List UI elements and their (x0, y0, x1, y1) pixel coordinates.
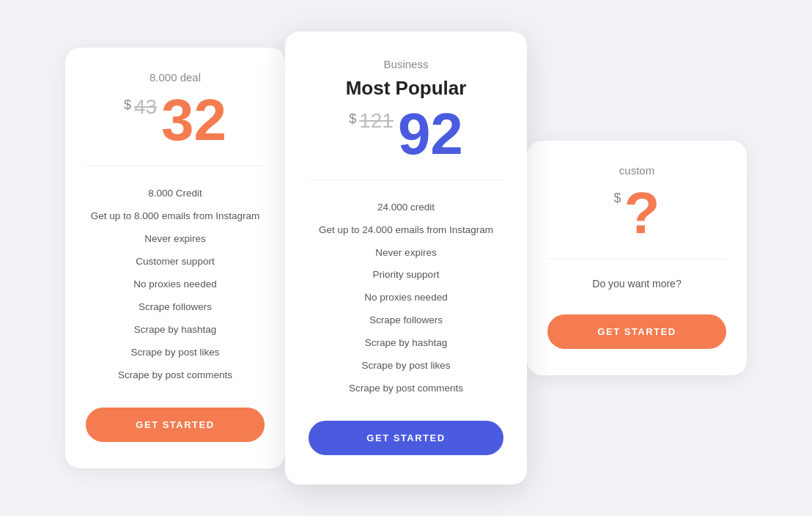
custom-text-area: Do you want more? (547, 276, 726, 293)
list-item: 8.000 Credit (86, 183, 265, 205)
list-item: Scrape followers (86, 296, 265, 319)
deal-dollar-sign: $ (124, 98, 131, 111)
list-item: Scrape by post likes (309, 355, 503, 377)
custom-price-area: $ ? (547, 184, 726, 243)
list-item: Scrape by post likes (86, 342, 265, 364)
list-item: Never expires (86, 228, 265, 251)
custom-get-started-button[interactable]: GET STARTED (547, 314, 726, 349)
business-price-area: $ 121 92 (309, 105, 503, 163)
business-divider (309, 180, 503, 180)
business-card: Business Most Popular $ 121 92 24.000 cr… (285, 32, 527, 484)
list-item: Scrape by hashtag (86, 319, 265, 342)
deal-card: 8.000 deal $ 43 32 8.000 CreditGet up to… (65, 48, 285, 468)
list-item: Scrape by post comments (309, 377, 503, 400)
business-dollar-sign: $ (349, 112, 356, 125)
list-item: Priority support (309, 264, 503, 287)
list-item: No proxies needed (86, 273, 265, 296)
list-item: Scrape by post comments (86, 364, 265, 387)
custom-divider (547, 259, 726, 259)
business-old-price: 121 (359, 111, 394, 131)
list-item: No proxies needed (309, 287, 503, 309)
list-item: Customer support (86, 251, 265, 273)
list-item: Get up to 8.000 emails from Instagram (86, 205, 265, 228)
deal-features-list: 8.000 CreditGet up to 8.000 emails from … (86, 183, 265, 386)
deal-new-price: 32 (161, 91, 226, 150)
list-item: Get up to 24.000 emails from Instagram (309, 219, 503, 242)
business-new-price: 92 (398, 105, 463, 163)
deal-divider (86, 166, 265, 166)
business-card-title: Business (309, 58, 503, 70)
custom-dollar-sign: $ (614, 191, 621, 204)
business-features-list: 24.000 creditGet up to 24.000 emails fro… (309, 196, 503, 400)
business-get-started-button[interactable]: GET STARTED (309, 421, 503, 455)
list-item: Never expires (309, 242, 503, 265)
deal-get-started-button[interactable]: GET STARTED (86, 408, 265, 442)
most-popular-label: Most Popular (309, 78, 503, 99)
pricing-container: 8.000 deal $ 43 32 8.000 CreditGet up to… (15, 32, 797, 484)
deal-old-price: 43 (134, 97, 157, 117)
deal-price-area: $ 43 32 (86, 91, 265, 150)
custom-card-title: custom (547, 164, 726, 177)
list-item: Scrape followers (309, 309, 503, 332)
deal-card-title: 8.000 deal (86, 71, 265, 84)
custom-card: custom $ ? Do you want more? GET STARTED (527, 141, 747, 376)
list-item: 24.000 credit (309, 196, 503, 219)
list-item: Scrape by hashtag (309, 332, 503, 355)
custom-question-mark: ? (624, 184, 660, 243)
